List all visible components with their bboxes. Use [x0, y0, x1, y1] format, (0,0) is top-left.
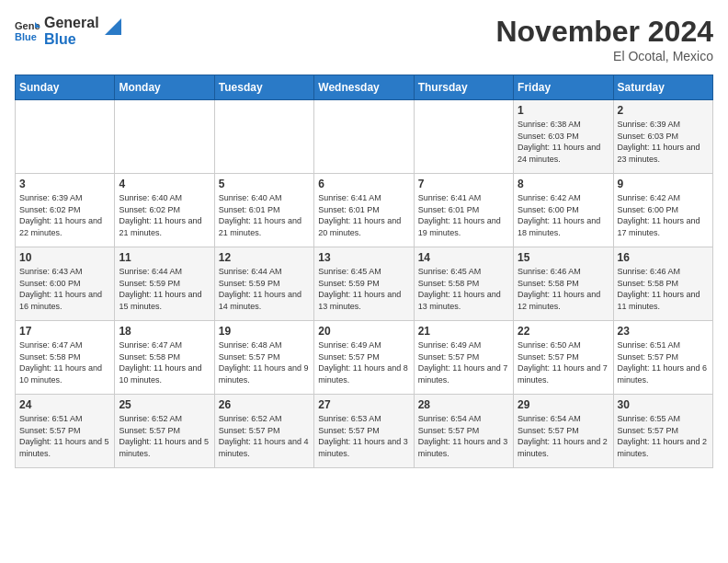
- daylight-text: Daylight: 11 hours and 7 minutes.: [518, 362, 609, 385]
- day-cell: 22Sunrise: 6:50 AMSunset: 5:57 PMDayligh…: [514, 321, 613, 395]
- day-cell: 20Sunrise: 6:49 AMSunset: 5:57 PMDayligh…: [314, 321, 414, 395]
- day-cell: 28Sunrise: 6:54 AMSunset: 5:57 PMDayligh…: [414, 395, 513, 468]
- daylight-text: Daylight: 11 hours and 16 minutes.: [19, 289, 110, 312]
- day-number: 10: [19, 251, 110, 264]
- daylight-text: Daylight: 11 hours and 5 minutes.: [19, 436, 110, 459]
- day-cell: 10Sunrise: 6:43 AMSunset: 6:00 PMDayligh…: [16, 247, 115, 321]
- day-cell: [16, 100, 115, 174]
- day-cell: 17Sunrise: 6:47 AMSunset: 5:58 PMDayligh…: [16, 321, 115, 395]
- day-cell: 1Sunrise: 6:38 AMSunset: 6:03 PMDaylight…: [514, 100, 613, 174]
- day-info: Sunrise: 6:38 AMSunset: 6:03 PMDaylight:…: [518, 119, 609, 165]
- day-cell: 3Sunrise: 6:39 AMSunset: 6:02 PMDaylight…: [16, 174, 115, 247]
- daylight-text: Daylight: 11 hours and 21 minutes.: [119, 215, 210, 238]
- day-number: 18: [119, 325, 210, 338]
- sunset-text: Sunset: 6:01 PM: [418, 204, 509, 216]
- column-header-thursday: Thursday: [414, 75, 513, 100]
- calendar-header-row: SundayMondayTuesdayWednesdayThursdayFrid…: [16, 75, 713, 100]
- sunrise-text: Sunrise: 6:52 AM: [219, 413, 310, 425]
- day-number: 23: [618, 325, 709, 338]
- sunset-text: Sunset: 6:03 PM: [518, 131, 609, 143]
- sunrise-text: Sunrise: 6:50 AM: [518, 339, 609, 351]
- sunset-text: Sunset: 5:59 PM: [219, 278, 310, 290]
- day-info: Sunrise: 6:51 AMSunset: 5:57 PMDaylight:…: [618, 339, 709, 385]
- sunset-text: Sunset: 5:57 PM: [318, 351, 409, 363]
- daylight-text: Daylight: 11 hours and 7 minutes.: [418, 362, 509, 385]
- sunrise-text: Sunrise: 6:55 AM: [618, 413, 709, 425]
- day-number: 27: [318, 398, 409, 411]
- day-cell: 21Sunrise: 6:49 AMSunset: 5:57 PMDayligh…: [414, 321, 513, 395]
- daylight-text: Daylight: 11 hours and 3 minutes.: [318, 436, 409, 459]
- sunrise-text: Sunrise: 6:45 AM: [318, 266, 409, 278]
- day-cell: [214, 100, 313, 174]
- column-header-friday: Friday: [514, 75, 613, 100]
- day-info: Sunrise: 6:48 AMSunset: 5:57 PMDaylight:…: [219, 339, 310, 385]
- day-info: Sunrise: 6:54 AMSunset: 5:57 PMDaylight:…: [518, 413, 609, 459]
- day-info: Sunrise: 6:46 AMSunset: 5:58 PMDaylight:…: [618, 266, 709, 312]
- sunrise-text: Sunrise: 6:41 AM: [418, 192, 509, 204]
- day-cell: [115, 100, 214, 174]
- sunrise-text: Sunrise: 6:40 AM: [219, 192, 310, 204]
- day-number: 22: [518, 325, 609, 338]
- sunrise-text: Sunrise: 6:42 AM: [618, 192, 709, 204]
- sunrise-text: Sunrise: 6:42 AM: [518, 192, 609, 204]
- day-number: 7: [418, 178, 509, 190]
- daylight-text: Daylight: 11 hours and 20 minutes.: [318, 215, 409, 238]
- sunset-text: Sunset: 5:57 PM: [418, 425, 509, 437]
- sunset-text: Sunset: 5:59 PM: [318, 278, 409, 290]
- day-number: 12: [219, 251, 310, 264]
- sunset-text: Sunset: 6:03 PM: [618, 131, 709, 143]
- sunrise-text: Sunrise: 6:54 AM: [518, 413, 609, 425]
- day-info: Sunrise: 6:44 AMSunset: 5:59 PMDaylight:…: [219, 266, 310, 312]
- day-number: 4: [119, 178, 210, 190]
- sunset-text: Sunset: 5:58 PM: [418, 278, 509, 290]
- sunrise-text: Sunrise: 6:38 AM: [518, 119, 609, 131]
- location-title: El Ocotal, Mexico: [495, 49, 713, 63]
- sunset-text: Sunset: 6:01 PM: [219, 204, 310, 216]
- day-number: 16: [618, 251, 709, 264]
- day-cell: 12Sunrise: 6:44 AMSunset: 5:59 PMDayligh…: [214, 247, 313, 321]
- day-info: Sunrise: 6:40 AMSunset: 6:02 PMDaylight:…: [119, 192, 210, 238]
- day-info: Sunrise: 6:44 AMSunset: 5:59 PMDaylight:…: [119, 266, 210, 312]
- sunrise-text: Sunrise: 6:46 AM: [518, 266, 609, 278]
- sunset-text: Sunset: 5:58 PM: [19, 351, 110, 363]
- logo-general-text: General: [44, 15, 99, 31]
- day-info: Sunrise: 6:43 AMSunset: 6:00 PMDaylight:…: [19, 266, 110, 312]
- day-number: 24: [19, 398, 110, 411]
- sunset-text: Sunset: 5:57 PM: [219, 425, 310, 437]
- sunrise-text: Sunrise: 6:49 AM: [318, 339, 409, 351]
- sunset-text: Sunset: 5:57 PM: [318, 425, 409, 437]
- sunset-text: Sunset: 5:57 PM: [19, 425, 110, 437]
- svg-text:Blue: Blue: [15, 31, 37, 42]
- day-info: Sunrise: 6:45 AMSunset: 5:58 PMDaylight:…: [418, 266, 509, 312]
- day-info: Sunrise: 6:42 AMSunset: 6:00 PMDaylight:…: [518, 192, 609, 238]
- day-number: 3: [19, 178, 110, 190]
- sunset-text: Sunset: 5:59 PM: [119, 278, 210, 290]
- day-cell: 29Sunrise: 6:54 AMSunset: 5:57 PMDayligh…: [514, 395, 613, 468]
- week-row-5: 24Sunrise: 6:51 AMSunset: 5:57 PMDayligh…: [16, 395, 713, 468]
- column-header-wednesday: Wednesday: [314, 75, 414, 100]
- daylight-text: Daylight: 11 hours and 13 minutes.: [318, 289, 409, 312]
- day-cell: 9Sunrise: 6:42 AMSunset: 6:00 PMDaylight…: [613, 174, 712, 247]
- daylight-text: Daylight: 11 hours and 12 minutes.: [518, 289, 609, 312]
- sunrise-text: Sunrise: 6:54 AM: [418, 413, 509, 425]
- day-cell: [414, 100, 513, 174]
- sunrise-text: Sunrise: 6:48 AM: [219, 339, 310, 351]
- day-info: Sunrise: 6:46 AMSunset: 5:58 PMDaylight:…: [518, 266, 609, 312]
- day-cell: 2Sunrise: 6:39 AMSunset: 6:03 PMDaylight…: [613, 100, 712, 174]
- day-info: Sunrise: 6:49 AMSunset: 5:57 PMDaylight:…: [318, 339, 409, 385]
- day-number: 2: [618, 104, 709, 117]
- day-number: 11: [119, 251, 210, 264]
- sunset-text: Sunset: 6:00 PM: [618, 204, 709, 216]
- day-info: Sunrise: 6:52 AMSunset: 5:57 PMDaylight:…: [219, 413, 310, 459]
- week-row-1: 1Sunrise: 6:38 AMSunset: 6:03 PMDaylight…: [16, 100, 713, 174]
- daylight-text: Daylight: 11 hours and 6 minutes.: [618, 362, 709, 385]
- day-number: 5: [219, 178, 310, 190]
- sunset-text: Sunset: 6:00 PM: [19, 278, 110, 290]
- day-number: 20: [318, 325, 409, 338]
- sunrise-text: Sunrise: 6:47 AM: [119, 339, 210, 351]
- sunset-text: Sunset: 6:01 PM: [318, 204, 409, 216]
- day-cell: 16Sunrise: 6:46 AMSunset: 5:58 PMDayligh…: [613, 247, 712, 321]
- sunrise-text: Sunrise: 6:49 AM: [418, 339, 509, 351]
- column-header-monday: Monday: [115, 75, 214, 100]
- sunrise-text: Sunrise: 6:47 AM: [19, 339, 110, 351]
